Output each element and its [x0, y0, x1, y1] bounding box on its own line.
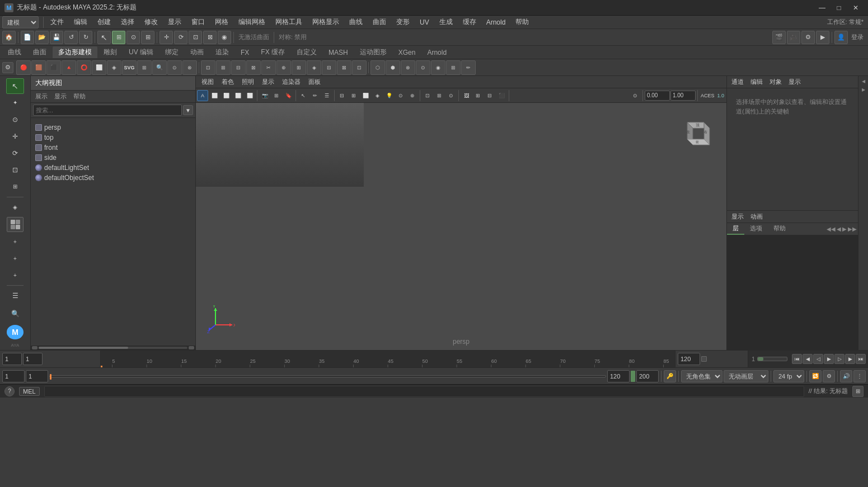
- tab-motion-graphics[interactable]: 运动图形: [354, 46, 392, 58]
- paint-select-btn[interactable]: ⊞: [141, 31, 154, 44]
- vp-isolate[interactable]: ⊙: [630, 90, 641, 101]
- poly-sphere-icon[interactable]: 🔴: [16, 60, 31, 75]
- minimize-button[interactable]: —: [814, 2, 830, 13]
- hscroll-left[interactable]: [32, 346, 37, 349]
- channel-menu-edit[interactable]: 编辑: [748, 77, 765, 87]
- menu-curves[interactable]: 曲线: [345, 16, 367, 28]
- vp-hud[interactable]: ⊟: [484, 90, 495, 101]
- layer-nav-first[interactable]: ◀◀: [827, 226, 836, 232]
- tab-arnold[interactable]: Arnold: [421, 48, 452, 58]
- playback-options-btn[interactable]: ⚙: [823, 370, 835, 382]
- vp-smooth[interactable]: ⊞: [348, 90, 359, 101]
- outliner-menu-help[interactable]: 帮助: [71, 92, 88, 101]
- select-region-btn[interactable]: ⊞: [112, 31, 125, 44]
- open-scene-btn[interactable]: 📂: [35, 31, 49, 44]
- frame-slider-end[interactable]: [701, 356, 707, 362]
- bevel-icon[interactable]: ◈: [307, 60, 321, 75]
- lasso-tool-btn[interactable]: ⊙: [6, 112, 24, 127]
- vp-flat[interactable]: ⬜: [360, 90, 371, 101]
- current-frame-input[interactable]: [23, 353, 43, 365]
- more-btn[interactable]: ⋮: [853, 370, 866, 382]
- jump-start-btn[interactable]: ⏮: [792, 354, 802, 364]
- range-end-handle[interactable]: [631, 371, 635, 382]
- outliner-item-light-set[interactable]: defaultLightSet: [31, 163, 195, 173]
- vp-iso[interactable]: ⊡: [422, 90, 433, 101]
- snap-btn[interactable]: +: [6, 234, 24, 250]
- vp-near-clip[interactable]: [645, 91, 670, 101]
- select-btn[interactable]: ↖: [97, 31, 111, 44]
- vp-menu-show[interactable]: 显示: [259, 77, 278, 87]
- tab-xgen[interactable]: XGen: [393, 48, 421, 58]
- outliner-filter-btn[interactable]: ▼: [183, 105, 193, 115]
- select-tool-btn[interactable]: ↖: [6, 78, 24, 94]
- menu-cache[interactable]: 缓存: [458, 16, 481, 28]
- end-frame-input[interactable]: [678, 353, 700, 365]
- undo-btn[interactable]: ↺: [64, 31, 78, 44]
- redo-btn[interactable]: ↻: [79, 31, 92, 44]
- tab-fx[interactable]: FX: [235, 48, 255, 58]
- menu-window[interactable]: 窗口: [187, 16, 209, 28]
- vp-wire[interactable]: ⊟: [336, 90, 348, 101]
- search-scene-btn[interactable]: 🔍: [6, 306, 24, 321]
- vp-layout-1[interactable]: ⬜: [209, 90, 220, 101]
- channel-menu-display[interactable]: 显示: [786, 77, 803, 87]
- layer-nav-prev[interactable]: ◀: [837, 226, 841, 232]
- reduce-icon[interactable]: ⊗: [401, 60, 415, 75]
- channel-menu-object[interactable]: 对象: [767, 77, 784, 87]
- anim-set-dropdown[interactable]: 无角色集: [681, 370, 722, 382]
- vp-layout-4[interactable]: ⬜: [244, 90, 255, 101]
- poly-torus-icon[interactable]: ⭕: [77, 60, 91, 75]
- menu-modify[interactable]: 修改: [140, 16, 162, 28]
- table-icon[interactable]: ⊞: [137, 60, 152, 75]
- show-manipulator-btn[interactable]: ⊞: [6, 179, 24, 195]
- mirror-icon[interactable]: ⊡: [201, 60, 215, 75]
- playblast-btn[interactable]: ▶: [816, 31, 829, 44]
- vp-texture[interactable]: ◈: [372, 90, 383, 101]
- menu-select[interactable]: 选择: [116, 16, 139, 28]
- menu-mesh-tools[interactable]: 网格工具: [271, 16, 307, 28]
- move-btn[interactable]: ✛: [159, 31, 173, 44]
- outliner-item-object-set[interactable]: defaultObjectSet: [31, 173, 195, 183]
- scale-tool-btn[interactable]: ⊡: [6, 162, 24, 178]
- menu-arnold[interactable]: Arnold: [482, 17, 510, 27]
- vp-menu-shading[interactable]: 着色: [218, 77, 237, 87]
- outliner-search-input[interactable]: [33, 105, 182, 116]
- outliner-hscroll[interactable]: [31, 346, 195, 350]
- tab-surface[interactable]: 曲面: [27, 46, 52, 58]
- combine-icon[interactable]: ⊙: [167, 60, 182, 75]
- hscroll-right[interactable]: [189, 346, 194, 349]
- channel-menu-channels[interactable]: 通道: [729, 77, 746, 87]
- menu-mesh-display[interactable]: 网格显示: [308, 16, 344, 28]
- slim-expand-btn[interactable]: ▶: [860, 86, 867, 93]
- layers-btn[interactable]: ☰: [6, 288, 24, 304]
- fill-hole-icon[interactable]: ⊠: [246, 60, 261, 75]
- tab-curves[interactable]: 曲线: [2, 46, 27, 58]
- vp-select-mode[interactable]: ↖: [298, 90, 309, 101]
- transport-total[interactable]: [636, 370, 659, 382]
- lasso-btn[interactable]: ⊙: [126, 31, 140, 44]
- connect-icon[interactable]: ⊞: [292, 60, 306, 75]
- next-frame-btn[interactable]: ▷: [834, 354, 844, 364]
- vp-lights[interactable]: 💡: [383, 90, 395, 101]
- offset-edge-icon[interactable]: ⊡: [352, 60, 367, 75]
- tab-sculpt[interactable]: 雕刻: [98, 46, 123, 58]
- menu-file[interactable]: 文件: [46, 16, 68, 28]
- extrude-icon[interactable]: ⊞: [216, 60, 231, 75]
- remesh-icon[interactable]: ◉: [431, 60, 445, 75]
- new-scene-btn[interactable]: 📄: [21, 31, 34, 44]
- soft-select-btn[interactable]: ◉: [218, 31, 231, 44]
- vp-layout-3[interactable]: ⬜: [232, 90, 243, 101]
- vp-menu-lighting[interactable]: 照明: [238, 77, 257, 87]
- move-tool-btn[interactable]: ✛: [6, 129, 24, 144]
- timeline-ruler[interactable]: 5 10 15 20 25 30 35 40 45 50 55 60 65 70…: [101, 351, 675, 367]
- retopo-icon[interactable]: ⊞: [446, 60, 461, 75]
- tab-mash[interactable]: MASH: [323, 48, 354, 58]
- insert-edge-icon[interactable]: ⊟: [322, 60, 336, 75]
- step-forward-btn[interactable]: ▶: [845, 354, 855, 364]
- search-icon[interactable]: 🔍: [152, 60, 167, 75]
- anim-layer-dropdown[interactable]: 无动画层: [724, 370, 768, 382]
- poly-cylinder-icon[interactable]: ⬛: [46, 60, 61, 75]
- settings-btn[interactable]: ⚙: [2, 62, 13, 73]
- outliner-content[interactable]: persp top front side defaultLightSet: [31, 118, 195, 346]
- rotate-tool-btn[interactable]: ⟳: [6, 145, 24, 161]
